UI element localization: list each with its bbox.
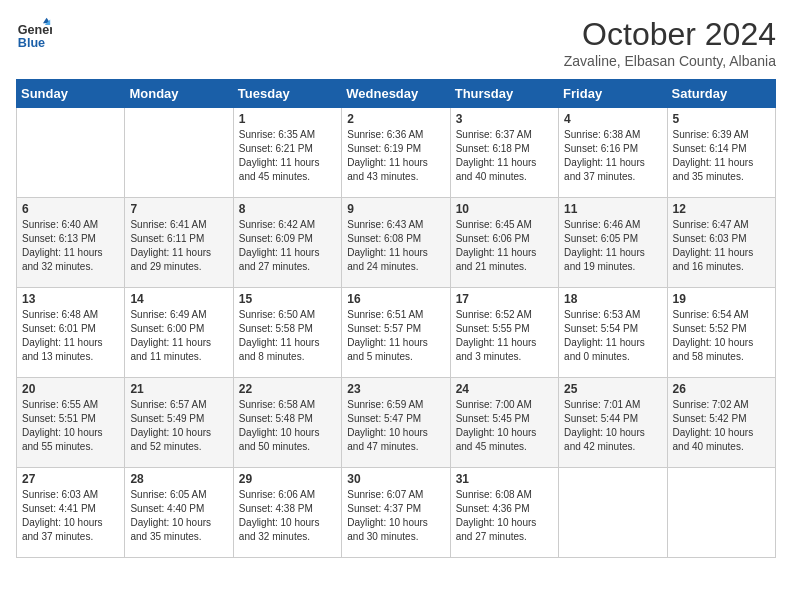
day-number: 12 <box>673 202 770 216</box>
day-number: 7 <box>130 202 227 216</box>
day-info: Sunrise: 6:42 AMSunset: 6:09 PMDaylight:… <box>239 218 336 274</box>
day-info: Sunrise: 6:59 AMSunset: 5:47 PMDaylight:… <box>347 398 444 454</box>
day-number: 20 <box>22 382 119 396</box>
calendar-day-cell: 4Sunrise: 6:38 AMSunset: 6:16 PMDaylight… <box>559 108 667 198</box>
logo: General Blue <box>16 16 52 52</box>
day-number: 16 <box>347 292 444 306</box>
calendar-week-row: 6Sunrise: 6:40 AMSunset: 6:13 PMDaylight… <box>17 198 776 288</box>
calendar-day-cell: 24Sunrise: 7:00 AMSunset: 5:45 PMDayligh… <box>450 378 558 468</box>
day-number: 27 <box>22 472 119 486</box>
title-block: October 2024 Zavaline, Elbasan County, A… <box>564 16 776 69</box>
day-info: Sunrise: 6:07 AMSunset: 4:37 PMDaylight:… <box>347 488 444 544</box>
calendar-day-cell <box>667 468 775 558</box>
day-info: Sunrise: 6:39 AMSunset: 6:14 PMDaylight:… <box>673 128 770 184</box>
day-number: 30 <box>347 472 444 486</box>
calendar-day-cell: 20Sunrise: 6:55 AMSunset: 5:51 PMDayligh… <box>17 378 125 468</box>
day-info: Sunrise: 7:00 AMSunset: 5:45 PMDaylight:… <box>456 398 553 454</box>
day-number: 28 <box>130 472 227 486</box>
calendar-day-cell: 22Sunrise: 6:58 AMSunset: 5:48 PMDayligh… <box>233 378 341 468</box>
day-info: Sunrise: 6:50 AMSunset: 5:58 PMDaylight:… <box>239 308 336 364</box>
day-number: 18 <box>564 292 661 306</box>
day-info: Sunrise: 6:53 AMSunset: 5:54 PMDaylight:… <box>564 308 661 364</box>
day-info: Sunrise: 6:37 AMSunset: 6:18 PMDaylight:… <box>456 128 553 184</box>
day-info: Sunrise: 6:55 AMSunset: 5:51 PMDaylight:… <box>22 398 119 454</box>
calendar-day-cell: 16Sunrise: 6:51 AMSunset: 5:57 PMDayligh… <box>342 288 450 378</box>
day-of-week-header: Saturday <box>667 80 775 108</box>
day-of-week-header: Thursday <box>450 80 558 108</box>
calendar-day-cell: 9Sunrise: 6:43 AMSunset: 6:08 PMDaylight… <box>342 198 450 288</box>
day-number: 25 <box>564 382 661 396</box>
day-info: Sunrise: 6:58 AMSunset: 5:48 PMDaylight:… <box>239 398 336 454</box>
day-number: 5 <box>673 112 770 126</box>
day-number: 3 <box>456 112 553 126</box>
day-number: 26 <box>673 382 770 396</box>
day-number: 11 <box>564 202 661 216</box>
calendar-day-cell <box>559 468 667 558</box>
calendar-day-cell: 23Sunrise: 6:59 AMSunset: 5:47 PMDayligh… <box>342 378 450 468</box>
day-of-week-header: Tuesday <box>233 80 341 108</box>
day-info: Sunrise: 6:06 AMSunset: 4:38 PMDaylight:… <box>239 488 336 544</box>
calendar-day-cell: 13Sunrise: 6:48 AMSunset: 6:01 PMDayligh… <box>17 288 125 378</box>
day-number: 22 <box>239 382 336 396</box>
calendar-day-cell: 1Sunrise: 6:35 AMSunset: 6:21 PMDaylight… <box>233 108 341 198</box>
day-info: Sunrise: 6:08 AMSunset: 4:36 PMDaylight:… <box>456 488 553 544</box>
calendar-day-cell: 25Sunrise: 7:01 AMSunset: 5:44 PMDayligh… <box>559 378 667 468</box>
day-info: Sunrise: 6:49 AMSunset: 6:00 PMDaylight:… <box>130 308 227 364</box>
day-number: 1 <box>239 112 336 126</box>
calendar-day-cell: 30Sunrise: 6:07 AMSunset: 4:37 PMDayligh… <box>342 468 450 558</box>
month-title: October 2024 <box>564 16 776 53</box>
day-info: Sunrise: 6:38 AMSunset: 6:16 PMDaylight:… <box>564 128 661 184</box>
day-number: 24 <box>456 382 553 396</box>
calendar-table: SundayMondayTuesdayWednesdayThursdayFrid… <box>16 79 776 558</box>
calendar-header-row: SundayMondayTuesdayWednesdayThursdayFrid… <box>17 80 776 108</box>
calendar-day-cell: 11Sunrise: 6:46 AMSunset: 6:05 PMDayligh… <box>559 198 667 288</box>
day-number: 21 <box>130 382 227 396</box>
day-number: 29 <box>239 472 336 486</box>
day-number: 2 <box>347 112 444 126</box>
calendar-day-cell: 26Sunrise: 7:02 AMSunset: 5:42 PMDayligh… <box>667 378 775 468</box>
day-number: 17 <box>456 292 553 306</box>
day-number: 13 <box>22 292 119 306</box>
day-info: Sunrise: 7:01 AMSunset: 5:44 PMDaylight:… <box>564 398 661 454</box>
day-number: 15 <box>239 292 336 306</box>
day-info: Sunrise: 6:43 AMSunset: 6:08 PMDaylight:… <box>347 218 444 274</box>
day-info: Sunrise: 6:05 AMSunset: 4:40 PMDaylight:… <box>130 488 227 544</box>
day-info: Sunrise: 6:41 AMSunset: 6:11 PMDaylight:… <box>130 218 227 274</box>
calendar-day-cell <box>17 108 125 198</box>
day-info: Sunrise: 6:45 AMSunset: 6:06 PMDaylight:… <box>456 218 553 274</box>
calendar-day-cell: 28Sunrise: 6:05 AMSunset: 4:40 PMDayligh… <box>125 468 233 558</box>
svg-text:Blue: Blue <box>18 36 45 50</box>
calendar-day-cell: 10Sunrise: 6:45 AMSunset: 6:06 PMDayligh… <box>450 198 558 288</box>
day-of-week-header: Wednesday <box>342 80 450 108</box>
day-number: 10 <box>456 202 553 216</box>
day-number: 8 <box>239 202 336 216</box>
calendar-week-row: 27Sunrise: 6:03 AMSunset: 4:41 PMDayligh… <box>17 468 776 558</box>
day-info: Sunrise: 6:35 AMSunset: 6:21 PMDaylight:… <box>239 128 336 184</box>
day-info: Sunrise: 6:57 AMSunset: 5:49 PMDaylight:… <box>130 398 227 454</box>
calendar-day-cell <box>125 108 233 198</box>
calendar-day-cell: 8Sunrise: 6:42 AMSunset: 6:09 PMDaylight… <box>233 198 341 288</box>
day-number: 19 <box>673 292 770 306</box>
day-info: Sunrise: 6:03 AMSunset: 4:41 PMDaylight:… <box>22 488 119 544</box>
logo-icon: General Blue <box>16 16 52 52</box>
calendar-week-row: 13Sunrise: 6:48 AMSunset: 6:01 PMDayligh… <box>17 288 776 378</box>
day-info: Sunrise: 7:02 AMSunset: 5:42 PMDaylight:… <box>673 398 770 454</box>
page-header: General Blue October 2024 Zavaline, Elba… <box>16 16 776 69</box>
day-info: Sunrise: 6:51 AMSunset: 5:57 PMDaylight:… <box>347 308 444 364</box>
day-info: Sunrise: 6:46 AMSunset: 6:05 PMDaylight:… <box>564 218 661 274</box>
day-info: Sunrise: 6:48 AMSunset: 6:01 PMDaylight:… <box>22 308 119 364</box>
calendar-day-cell: 15Sunrise: 6:50 AMSunset: 5:58 PMDayligh… <box>233 288 341 378</box>
calendar-day-cell: 5Sunrise: 6:39 AMSunset: 6:14 PMDaylight… <box>667 108 775 198</box>
calendar-day-cell: 29Sunrise: 6:06 AMSunset: 4:38 PMDayligh… <box>233 468 341 558</box>
calendar-day-cell: 7Sunrise: 6:41 AMSunset: 6:11 PMDaylight… <box>125 198 233 288</box>
day-number: 9 <box>347 202 444 216</box>
day-info: Sunrise: 6:40 AMSunset: 6:13 PMDaylight:… <box>22 218 119 274</box>
calendar-day-cell: 14Sunrise: 6:49 AMSunset: 6:00 PMDayligh… <box>125 288 233 378</box>
calendar-day-cell: 3Sunrise: 6:37 AMSunset: 6:18 PMDaylight… <box>450 108 558 198</box>
day-number: 4 <box>564 112 661 126</box>
day-info: Sunrise: 6:52 AMSunset: 5:55 PMDaylight:… <box>456 308 553 364</box>
day-number: 23 <box>347 382 444 396</box>
calendar-week-row: 20Sunrise: 6:55 AMSunset: 5:51 PMDayligh… <box>17 378 776 468</box>
calendar-day-cell: 17Sunrise: 6:52 AMSunset: 5:55 PMDayligh… <box>450 288 558 378</box>
calendar-week-row: 1Sunrise: 6:35 AMSunset: 6:21 PMDaylight… <box>17 108 776 198</box>
